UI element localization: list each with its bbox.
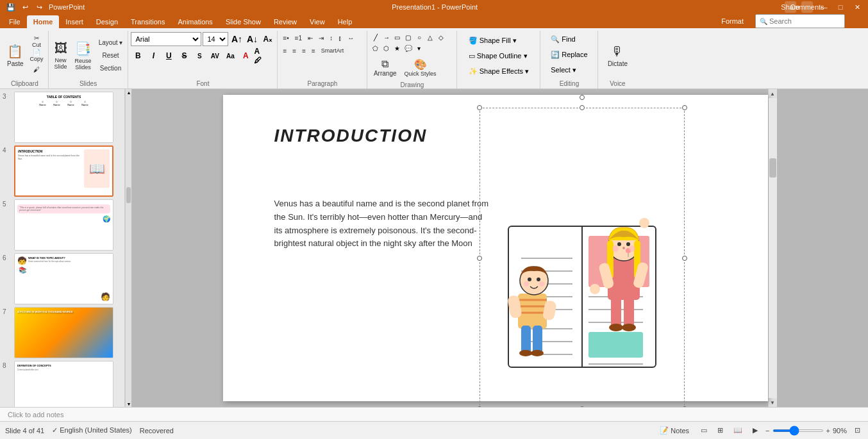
numbering-button[interactable]: ≡1	[292, 32, 305, 44]
tab-transitions[interactable]: Transitions	[124, 15, 171, 28]
decrease-font-button[interactable]: A↓	[245, 32, 259, 46]
slide-item-6[interactable]: 6 🧒 📚 WHAT IS THIS TOPIC ABOUT? Some con…	[3, 253, 122, 304]
columns-button[interactable]: ⫿	[336, 32, 344, 44]
shape-arrow[interactable]: →	[381, 32, 392, 42]
notes-toggle[interactable]: 📝 Notes	[656, 425, 693, 436]
dictate-button[interactable]: 🎙 Dictate	[605, 37, 631, 74]
reading-view-button[interactable]: 📖	[731, 425, 745, 436]
search-input[interactable]	[769, 17, 833, 25]
save-button[interactable]: 💾	[5, 1, 17, 13]
shape-rect[interactable]: ▭	[392, 32, 403, 42]
tab-review[interactable]: Review	[267, 15, 303, 28]
tab-file[interactable]: File	[3, 15, 27, 28]
shape-callout[interactable]: 💬	[403, 43, 413, 53]
undo-button[interactable]: ↩	[19, 1, 31, 13]
handle-ml[interactable]	[477, 256, 482, 261]
handle-mr[interactable]	[682, 256, 687, 261]
zoom-range[interactable]	[772, 429, 824, 432]
tab-insert[interactable]: Insert	[59, 15, 90, 28]
handle-tc[interactable]	[580, 105, 585, 110]
underline-button[interactable]: U	[162, 49, 176, 63]
slide-panel-scrollbar[interactable]: ▲ ▼	[125, 89, 131, 407]
increase-indent-button[interactable]: ⇥	[316, 32, 326, 44]
slide-canvas[interactable]: INTRODUCTION Venus has a beautiful name …	[223, 95, 768, 401]
handle-bl[interactable]	[477, 406, 482, 407]
shape-diamond[interactable]: ◇	[436, 32, 446, 42]
align-center-button[interactable]: ≡	[290, 45, 299, 56]
text-direction-button[interactable]: ↔	[345, 32, 356, 44]
shape-circle[interactable]: ○	[414, 32, 424, 42]
copy-button[interactable]: 📄 Copy	[28, 49, 46, 62]
shape-star[interactable]: ★	[392, 43, 403, 53]
paste-button[interactable]: 📋 Paste	[4, 37, 27, 75]
align-right-button[interactable]: ≡	[299, 45, 308, 56]
justify-button[interactable]: ≡	[309, 45, 318, 56]
image-container[interactable]	[480, 108, 685, 407]
shape-fill-button[interactable]: 🪣 Shape Fill ▾	[464, 33, 533, 47]
scroll-down-button[interactable]: ▼	[768, 398, 777, 407]
replace-button[interactable]: 🔄 Replace	[546, 47, 592, 62]
handle-tr[interactable]	[682, 105, 687, 110]
bold-button[interactable]: B	[131, 49, 145, 63]
redo-button[interactable]: ↪	[33, 1, 45, 13]
quick-styles-button[interactable]: 🎨 Quick Styles	[401, 54, 440, 80]
tab-animations[interactable]: Animations	[171, 15, 219, 28]
section-button[interactable]: Section	[96, 63, 126, 74]
shape-effects-button[interactable]: ✨ Shape Effects ▾	[464, 64, 533, 78]
line-spacing-button[interactable]: ↕	[327, 32, 335, 44]
shape-rounded-rect[interactable]: ▢	[403, 32, 413, 42]
shape-hexagon[interactable]: ⬡	[381, 43, 392, 53]
slide-item-8[interactable]: 8 DEFINITION OF CONCEPTS Content placeho…	[3, 361, 122, 407]
reset-button[interactable]: Reset	[96, 50, 126, 62]
smart-art-button[interactable]: SmartArt	[319, 45, 347, 56]
shadow-button[interactable]: S	[192, 49, 206, 63]
char-spacing-button[interactable]: AV	[208, 49, 222, 63]
clear-format-button[interactable]: Aₓ	[260, 32, 274, 46]
slide-item-4[interactable]: 4 INTRODUCTION Venus has a beautiful nam…	[3, 145, 122, 197]
minimize-button[interactable]: —	[818, 1, 830, 13]
decrease-indent-button[interactable]: ⇤	[305, 32, 315, 44]
slide-sorter-button[interactable]: ⊞	[715, 425, 726, 436]
highlight-button[interactable]: A🖊	[253, 49, 267, 63]
tab-view[interactable]: View	[303, 15, 331, 28]
select-button[interactable]: Select ▾	[546, 63, 592, 77]
shape-line[interactable]: ╱	[371, 32, 381, 42]
handle-br[interactable]	[682, 406, 687, 407]
zoom-in-icon[interactable]: +	[826, 427, 830, 435]
tab-help[interactable]: Help	[331, 15, 359, 28]
bullets-button[interactable]: ≡•	[280, 32, 291, 44]
maximize-button[interactable]: □	[835, 1, 846, 13]
scroll-up-button[interactable]: ▲	[768, 89, 777, 98]
reuse-slides-button[interactable]: 📑 ReuseSlides	[72, 37, 95, 74]
shape-triangle[interactable]: △	[425, 32, 435, 42]
handle-bc[interactable]	[580, 406, 585, 407]
rotate-handle[interactable]	[580, 95, 585, 100]
arrange-button[interactable]: ⧉ Arrange	[371, 54, 400, 80]
align-left-button[interactable]: ≡	[280, 45, 289, 56]
scroll-thumb[interactable]	[769, 158, 776, 178]
slide-item-5[interactable]: 5 "This is a quote, please full of wisdo…	[3, 199, 122, 251]
tab-home[interactable]: Home	[27, 15, 60, 28]
shape-outline-button[interactable]: ▭ Shape Outline ▾	[464, 49, 533, 63]
close-button[interactable]: ✕	[851, 1, 863, 13]
zoom-slider[interactable]: − + 90%	[765, 427, 847, 435]
layout-button[interactable]: Layout ▾	[96, 37, 126, 49]
find-button[interactable]: 🔍 Find	[546, 32, 592, 46]
tab-format[interactable]: Format	[715, 15, 750, 28]
canvas-vertical-scrollbar[interactable]: ▲ ▼	[768, 89, 777, 407]
shape-more[interactable]: ▾	[414, 43, 424, 53]
slide-item-7[interactable]: 7 A PICTURE IS WORTH A THOUSAND WORDS	[3, 307, 122, 358]
strikethrough-button[interactable]: S	[177, 49, 191, 63]
tab-design[interactable]: Design	[90, 15, 124, 28]
notes-bar[interactable]: Click to add notes	[0, 407, 868, 421]
zoom-out-icon[interactable]: −	[765, 427, 769, 435]
shape-pentagon[interactable]: ⬠	[371, 43, 381, 53]
italic-button[interactable]: I	[146, 49, 160, 63]
search-bar[interactable]: 🔍	[755, 14, 845, 28]
handle-tl[interactable]	[477, 105, 482, 110]
increase-font-button[interactable]: A↑	[230, 32, 244, 46]
comments-button[interactable]: Comments	[801, 1, 813, 13]
slideshow-button[interactable]: ▶	[750, 425, 760, 436]
fit-to-window-button[interactable]: ⊡	[852, 425, 863, 436]
slide-item-3[interactable]: 3 TABLE OF CONTENTS ☺Name ☺Name ☺Name ☺N…	[3, 92, 122, 143]
